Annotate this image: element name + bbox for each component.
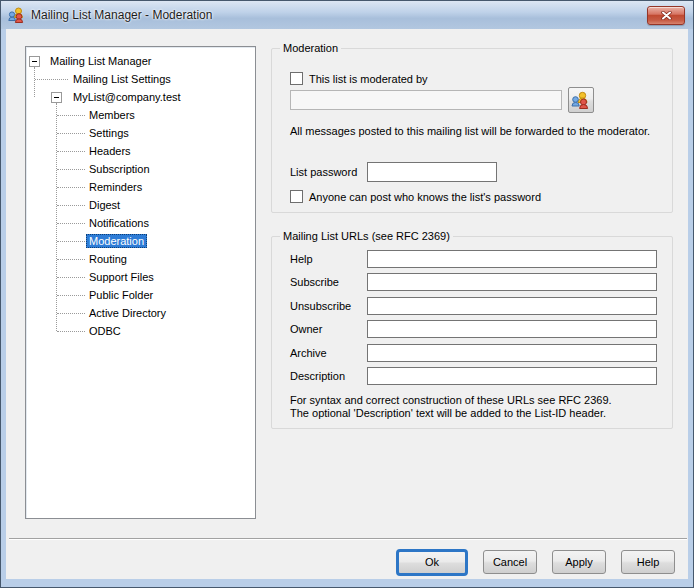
tree-connector-line — [57, 241, 85, 242]
users-icon — [571, 91, 591, 109]
tree-connector-line — [57, 259, 85, 260]
tree-connector-line — [57, 133, 85, 134]
urls-note-line2: The optional 'Description' text will be … — [290, 407, 606, 419]
tree-item-mailing-list-settings[interactable]: Mailing List Settings — [26, 70, 255, 88]
tree-item-digest[interactable]: Digest — [26, 196, 255, 214]
tree-connector-line — [57, 331, 85, 332]
pick-moderator-button[interactable] — [568, 87, 594, 113]
tree-item-notifications[interactable]: Notifications — [26, 214, 255, 232]
tree-item-label: Moderation — [86, 234, 147, 248]
tree-connector-line — [57, 151, 85, 152]
cancel-button[interactable]: Cancel — [483, 550, 537, 574]
close-icon — [661, 11, 672, 20]
help-url-label: Help — [290, 253, 313, 265]
this-list-is-moderated-checkbox[interactable] — [290, 72, 303, 85]
window-title: Mailing List Manager - Moderation — [31, 8, 212, 22]
tree-item-label: MyList@company.test — [70, 90, 184, 104]
tree-connector-line — [57, 223, 85, 224]
unsubscribe-url-input[interactable] — [367, 297, 657, 315]
tree-connector-line — [57, 205, 85, 206]
archive-url-input[interactable] — [367, 344, 657, 362]
tree-item-moderation[interactable]: Moderation — [26, 232, 255, 250]
tree-item-label: Headers — [86, 144, 134, 158]
tree-connector-line — [57, 277, 85, 278]
unsubscribe-url-label: Unsubscribe — [290, 300, 351, 312]
description-url-input[interactable] — [367, 367, 657, 385]
tree-item-label: Reminders — [86, 180, 145, 194]
tree-item-members[interactable]: Members — [26, 106, 255, 124]
tree-item-label: Digest — [86, 198, 123, 212]
tree-collapse-icon[interactable] — [51, 92, 62, 103]
moderator-input — [290, 90, 562, 110]
apply-button[interactable]: Apply — [552, 550, 606, 574]
moderation-group-label: Moderation — [280, 42, 341, 54]
tree-connector-line — [35, 79, 68, 80]
description-url-label: Description — [290, 370, 345, 382]
tree-connector-line — [57, 115, 85, 116]
moderation-group: Moderation This list is moderated by All… — [271, 48, 673, 213]
archive-url-label: Archive — [290, 347, 327, 359]
list-password-input[interactable] — [367, 162, 497, 182]
tree-connector-line — [57, 295, 85, 296]
tree-item-headers[interactable]: Headers — [26, 142, 255, 160]
tree-item-reminders[interactable]: Reminders — [26, 178, 255, 196]
tree-item-label: Public Folder — [86, 288, 156, 302]
tree-item-subscription[interactable]: Subscription — [26, 160, 255, 178]
tree-connector-line — [57, 313, 85, 314]
tree-collapse-icon[interactable] — [29, 56, 40, 67]
tree-item-label: Subscription — [86, 162, 153, 176]
tree-item-settings[interactable]: Settings — [26, 124, 255, 142]
mailing-list-urls-group-label: Mailing List URLs (see RFC 2369) — [280, 230, 453, 242]
tree-item-label: Members — [86, 108, 138, 122]
tree-item-label: Support Files — [86, 270, 157, 284]
anyone-can-post-label: Anyone can post who knows the list's pas… — [309, 191, 541, 203]
subscribe-url-label: Subscribe — [290, 276, 339, 288]
tree-item-label: Mailing List Manager — [47, 54, 155, 68]
tree-item-label: ODBC — [86, 324, 124, 338]
help-button[interactable]: Help — [621, 550, 675, 574]
tree-item-label: Settings — [86, 126, 132, 140]
ok-button[interactable]: Ok — [396, 549, 468, 576]
close-button[interactable] — [647, 6, 685, 25]
tree-connector-line — [57, 169, 85, 170]
dialog-button-row: OkCancelApplyHelp — [396, 548, 675, 576]
dialog-window: Mailing List Manager - Moderation Mailin… — [0, 0, 694, 588]
tree-connector-line — [57, 187, 85, 188]
mailing-list-urls-group: Mailing List URLs (see RFC 2369) HelpSub… — [271, 236, 673, 429]
help-url-input[interactable] — [367, 250, 657, 268]
moderator-forward-note: All messages posted to this mailing list… — [290, 125, 650, 137]
tree-item-label: Notifications — [86, 216, 152, 230]
tree-item-support-files[interactable]: Support Files — [26, 268, 255, 286]
tree-item-public-folder[interactable]: Public Folder — [26, 286, 255, 304]
owner-url-label: Owner — [290, 323, 322, 335]
mailing-list-app-icon — [8, 7, 26, 23]
tree-item-mylist-company-test[interactable]: MyList@company.test — [26, 88, 255, 106]
tree-item-label: Mailing List Settings — [70, 72, 174, 86]
title-bar[interactable]: Mailing List Manager - Moderation — [1, 1, 693, 29]
this-list-is-moderated-label: This list is moderated by — [309, 73, 428, 85]
bottom-separator — [9, 538, 687, 540]
navigation-tree[interactable]: Mailing List ManagerMailing List Setting… — [25, 46, 256, 519]
tree-item-label: Routing — [86, 252, 130, 266]
tree-item-mailing-list-manager[interactable]: Mailing List Manager — [26, 52, 255, 70]
list-password-label: List password — [290, 166, 357, 178]
urls-note-line1: For syntax and correct construction of t… — [290, 394, 612, 406]
subscribe-url-input[interactable] — [367, 273, 657, 291]
tree-item-odbc[interactable]: ODBC — [26, 322, 255, 340]
tree-item-active-directory[interactable]: Active Directory — [26, 304, 255, 322]
tree-item-label: Active Directory — [86, 306, 169, 320]
anyone-can-post-checkbox[interactable] — [290, 190, 303, 203]
tree-item-routing[interactable]: Routing — [26, 250, 255, 268]
owner-url-input[interactable] — [367, 320, 657, 338]
dialog-client-area: Mailing List ManagerMailing List Setting… — [6, 29, 688, 579]
